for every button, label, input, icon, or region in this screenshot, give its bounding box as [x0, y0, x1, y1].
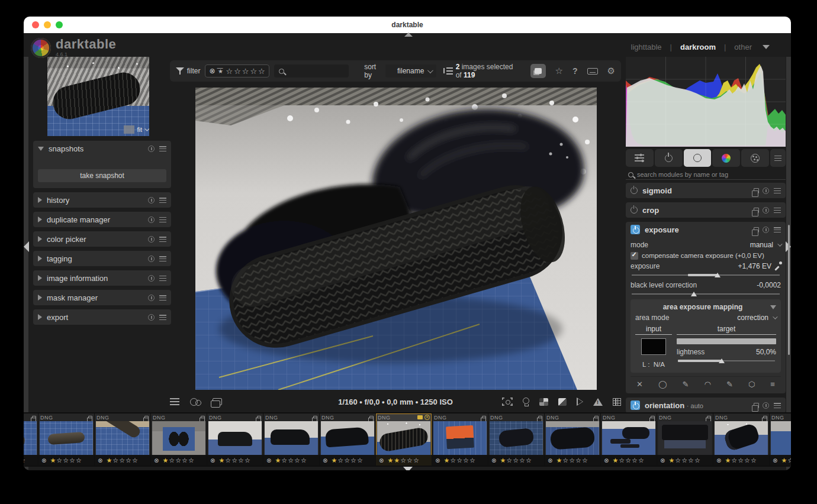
reset-icon[interactable] — [763, 188, 769, 194]
star-icon[interactable]: ☆ — [344, 457, 350, 464]
rating-stars[interactable]: ★☆☆☆☆ — [275, 457, 306, 464]
reset-icon[interactable] — [148, 256, 155, 262]
rating-stars[interactable]: ★☆☆☆☆ — [162, 457, 194, 464]
star-icon[interactable]: ☆ — [231, 457, 237, 464]
star-icon[interactable]: ☆ — [526, 457, 532, 464]
histogram[interactable] — [626, 57, 786, 147]
star-icon[interactable]: ☆ — [413, 457, 419, 464]
reset-icon[interactable] — [763, 402, 769, 409]
darkroom-canvas[interactable] — [195, 88, 597, 390]
zoom-mode-value[interactable]: fit — [137, 126, 142, 133]
uniformly-icon[interactable]: ◯ — [658, 380, 667, 389]
filmstrip-thumbnail[interactable]: DNG⊗★★☆☆☆ — [376, 413, 432, 466]
presets-icon[interactable] — [774, 403, 781, 408]
presets-icon[interactable] — [159, 256, 166, 261]
star-icon[interactable]: ★ — [725, 457, 731, 464]
filmstrip-thumbnail[interactable]: DNG⊗★☆☆☆☆ — [432, 413, 488, 466]
star-icon[interactable]: ☆ — [357, 457, 363, 464]
exposure-header[interactable]: exposure — [626, 222, 786, 237]
star-icon[interactable]: ☆ — [751, 457, 757, 464]
right-panel-scrollbar[interactable] — [788, 225, 790, 355]
tab-effects-modules[interactable] — [741, 149, 769, 167]
compensate-exposure-row[interactable]: compensate camera exposure (+0,0 EV) — [631, 250, 781, 261]
rating-stars[interactable]: ★☆☆☆☆ — [556, 457, 587, 464]
reset-icon[interactable] — [148, 197, 155, 203]
reject-icon[interactable]: ⊗ — [154, 457, 159, 464]
star-icon[interactable]: ☆ — [625, 457, 631, 464]
zoom-window-button[interactable] — [56, 21, 63, 28]
off-icon[interactable]: ✕ — [636, 380, 643, 389]
views-chevron-down-icon[interactable] — [763, 45, 770, 49]
help-icon[interactable]: ? — [572, 66, 578, 76]
view-other[interactable]: other — [734, 43, 752, 51]
rating-stars[interactable]: ★☆☆☆☆ — [50, 457, 81, 464]
reset-icon[interactable] — [148, 314, 155, 321]
star-icon[interactable]: ☆ — [787, 457, 791, 464]
star-icon[interactable]: ☆ — [469, 457, 475, 464]
hamburger-icon[interactable] — [170, 398, 179, 405]
star-icon[interactable]: ★ — [275, 457, 281, 464]
area-mapping-header[interactable]: area exposure mapping — [635, 302, 776, 312]
iso-12646-color-assessment-icon[interactable] — [523, 398, 529, 406]
rating-stars[interactable]: ★★☆☆☆ — [387, 457, 419, 464]
multi-instance-icon[interactable] — [754, 188, 759, 193]
star-icon[interactable]: ☆ — [738, 457, 744, 464]
color-picker-header[interactable]: color picker — [33, 231, 171, 247]
star-icon[interactable]: ☆ — [506, 457, 512, 464]
reject-filter-icon[interactable]: ⊗ — [209, 67, 215, 75]
power-off-icon[interactable] — [631, 187, 638, 194]
star-icon[interactable]: ☆ — [132, 457, 138, 464]
filmstrip-thumbnail[interactable]: DNG⊗★☆☆☆☆ — [488, 413, 544, 466]
star-icon[interactable]: ☆ — [569, 457, 575, 464]
star-icon[interactable]: ☆ — [56, 457, 62, 464]
reject-icon[interactable]: ⊗ — [98, 457, 102, 464]
reject-icon[interactable]: ⊗ — [266, 457, 271, 464]
star-icon[interactable]: ☆ — [24, 457, 25, 464]
star-icon[interactable]: ★ — [500, 457, 506, 464]
mode-value[interactable]: manual — [750, 241, 773, 249]
presets-icon[interactable] — [774, 188, 781, 193]
star-icon[interactable]: ☆ — [638, 457, 644, 464]
filter-star-icon[interactable]: ☆ — [242, 67, 249, 76]
snapshots-header[interactable]: snapshots — [33, 141, 171, 156]
top-panel-expander-icon[interactable] — [404, 33, 413, 37]
filmstrip-thumbnail[interactable]: DNG⊗★☆☆☆☆ — [151, 413, 207, 466]
reset-icon[interactable] — [148, 236, 155, 243]
star-icon[interactable]: ★ — [106, 457, 112, 464]
parametric-mask-icon[interactable]: ◠ — [705, 380, 711, 389]
presets-icon[interactable] — [159, 146, 166, 151]
star-icon[interactable]: ☆ — [69, 457, 75, 464]
star-icon[interactable]: ☆ — [694, 457, 700, 464]
zero-star-icon[interactable]: ★ — [217, 68, 224, 75]
star-icon[interactable]: ★ — [781, 457, 787, 464]
color-assessment-icon[interactable] — [190, 398, 202, 406]
tab-technical-modules[interactable] — [684, 149, 712, 167]
star-icon[interactable]: ☆ — [238, 457, 244, 464]
star-icon[interactable]: ☆ — [350, 457, 356, 464]
reject-icon[interactable]: ⊗ — [548, 457, 552, 464]
filmstrip-thumbnail[interactable]: DNG⊗★☆☆☆☆ — [770, 413, 791, 466]
star-icon[interactable]: ☆ — [245, 457, 250, 464]
filter-star-icon[interactable]: ☆ — [226, 67, 233, 76]
filter-star-icon[interactable]: ☆ — [234, 67, 241, 76]
take-snapshot-button[interactable]: take snapshot — [38, 169, 166, 182]
orientation-header[interactable]: orientation · auto — [626, 398, 786, 413]
star-icon[interactable]: ☆ — [519, 457, 525, 464]
lightness-slider[interactable] — [678, 358, 775, 364]
reset-icon[interactable] — [148, 217, 155, 223]
rating-stars[interactable]: ★☆☆☆☆ — [500, 457, 531, 464]
star-icon[interactable]: ☆ — [112, 457, 118, 464]
reject-icon[interactable]: ⊗ — [604, 457, 609, 464]
reject-icon[interactable]: ⊗ — [716, 457, 721, 464]
rating-stars[interactable]: ★☆☆☆☆ — [218, 457, 250, 464]
area-mode-value[interactable]: correction — [737, 314, 768, 322]
gamut-check-icon[interactable] — [593, 398, 603, 406]
star-icon[interactable]: ★ — [394, 457, 400, 464]
star-icon[interactable]: ☆ — [463, 457, 469, 464]
star-icon[interactable]: ☆ — [450, 457, 456, 464]
reject-icon[interactable]: ⊗ — [773, 457, 777, 464]
clipping-warning-icon[interactable] — [558, 398, 567, 406]
presets-icon[interactable] — [159, 217, 166, 222]
eyedropper-icon[interactable] — [774, 261, 782, 270]
star-icon[interactable]: ☆ — [182, 457, 188, 464]
